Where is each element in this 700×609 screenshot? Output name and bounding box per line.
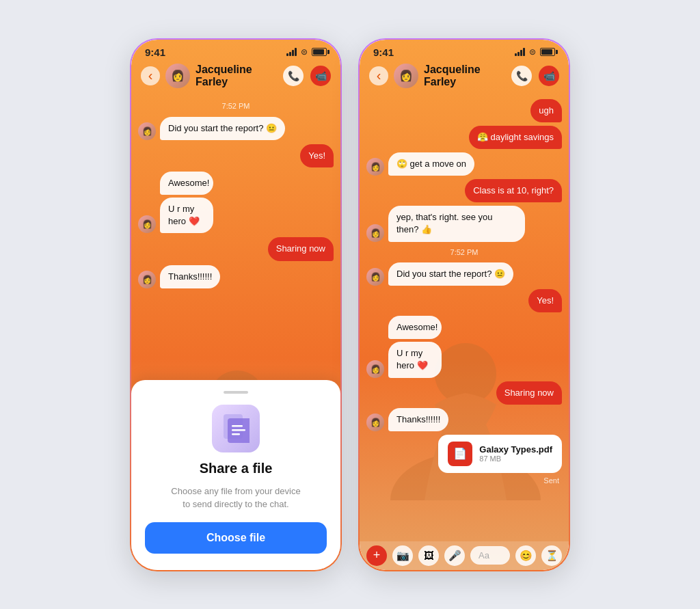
avatar-received-2: 👩 (366, 224, 384, 242)
video-call-button-1[interactable]: 📹 (310, 66, 331, 86)
avatar-received: 👩 (138, 271, 156, 288)
status-time-2: 9:41 (373, 46, 394, 58)
header-actions-1: 📞 📹 (283, 66, 331, 86)
sent-label: Sent (366, 476, 562, 485)
msg-row: 👩 Awesome! U r my hero ❤️ (366, 316, 562, 378)
status-bar-2: 9:41 ⊜ (360, 40, 569, 61)
msg-row: 😤 daylight savings (366, 126, 562, 149)
message-input-2[interactable]: Aa (470, 546, 510, 565)
bubble: Did you start the report? 😐 (160, 117, 285, 140)
msg-row: 👩 yep, that's right. see you then? 👍 (366, 206, 562, 241)
pdf-bubble: 📄 Galaxy Types.pdf 87 MB (438, 435, 562, 473)
status-bar-1: 9:41 ⊜ (131, 40, 340, 61)
bubble: Yes! (300, 144, 334, 167)
pdf-filename: Galaxy Types.pdf (479, 444, 552, 455)
choose-file-button[interactable]: Choose file (145, 522, 327, 554)
phone-2: 9:41 ⊜ ‹ 👩 Jacqueline Farley 📞 📹 (358, 38, 570, 571)
contact-name-2: Jacqueline Farley (424, 64, 506, 88)
add-button-2[interactable]: + (366, 545, 387, 566)
bubble: U r my hero ❤️ (388, 342, 442, 377)
battery-icon (312, 48, 327, 56)
svg-rect-6 (232, 433, 240, 435)
avatar-received-2: 👩 (366, 414, 384, 431)
chat-header-1: ‹ 👩 Jacqueline Farley 📞 📹 (131, 61, 340, 94)
msg-row: Sharing now (366, 381, 562, 405)
bubble: Awesome! (388, 316, 442, 339)
drag-handle (224, 391, 248, 394)
avatar-received-2: 👩 (366, 158, 384, 176)
phone-call-button-2[interactable]: 📞 (511, 66, 532, 86)
bubble: Thanks!!!!!! (160, 265, 220, 288)
bubble: Class is at 10, right? (465, 179, 562, 202)
msg-row: 👩 Thanks!!!!!! (366, 408, 562, 431)
msg-row: 👩 Awesome! U r my hero ❤️ (138, 172, 334, 234)
svg-rect-4 (232, 425, 243, 427)
avatar-received-2: 👩 (366, 268, 384, 286)
avatar-received: 👩 (138, 122, 156, 140)
bubble: Yes! (528, 289, 562, 312)
pdf-info: Galaxy Types.pdf 87 MB (479, 444, 552, 463)
msg-row: 👩 Did you start the report? 😐 (138, 117, 334, 140)
msg-row: Yes! (138, 144, 334, 167)
bubble: Sharing now (268, 237, 334, 260)
header-actions-2: 📞 📹 (511, 66, 559, 86)
back-button-1[interactable]: ‹ (141, 66, 160, 85)
video-call-button-2[interactable]: 📹 (539, 66, 559, 86)
mic-button-2[interactable]: 🎤 (444, 545, 465, 566)
battery-icon-2 (540, 48, 555, 56)
back-button-2[interactable]: ‹ (369, 66, 388, 85)
contact-name-1: Jacqueline Farley (196, 64, 278, 88)
modal-title: Share a file (200, 461, 273, 476)
bubble: Awesome! (160, 172, 213, 195)
file-icon (212, 405, 260, 452)
emoji-button-2[interactable]: 😊 (515, 545, 536, 566)
bubble: Thanks!!!!!! (388, 408, 448, 431)
gallery-button-2[interactable]: 🖼 (418, 545, 439, 566)
bubble: Did you start the report? 😐 (388, 262, 513, 286)
bubble: yep, that's right. see you then? 👍 (388, 206, 525, 241)
wifi-icon-2: ⊜ (529, 47, 536, 57)
bubble: 😤 daylight savings (469, 126, 562, 149)
chat-toolbar-2-bar: + 📷 🖼 🎤 Aa 😊 ⏳ (360, 541, 569, 570)
bubble: Sharing now (496, 381, 562, 405)
file-share-modal: Share a file Choose any file from your d… (131, 380, 340, 570)
timestamp-2: 7:52 PM (366, 248, 562, 256)
avatar-1: 👩 (165, 64, 190, 88)
modal-description: Choose any file from your device to send… (167, 485, 304, 511)
svg-rect-5 (232, 429, 245, 431)
avatar-received-2: 👩 (366, 360, 384, 378)
phone-1: 9:41 ⊜ ‹ 👩 Jacqueline Farley 📞 📹 (130, 38, 342, 571)
hourglass-button-2[interactable]: ⏳ (541, 545, 562, 566)
pdf-attachment-row: 📄 Galaxy Types.pdf 87 MB (366, 435, 562, 473)
phone-call-button-1[interactable]: 📞 (283, 66, 304, 86)
msg-row: Yes! (366, 289, 562, 312)
msg-row: 👩 🙄 get a move on (366, 152, 562, 176)
status-time-1: 9:41 (145, 46, 165, 58)
pdf-icon: 📄 (448, 442, 472, 466)
msg-row: ugh (366, 99, 562, 122)
chat-header-2: ‹ 👩 Jacqueline Farley 📞 📹 (360, 61, 569, 94)
pdf-size: 87 MB (479, 455, 552, 463)
status-icons-1: ⊜ (286, 47, 327, 57)
avatar-received: 👩 (138, 215, 156, 233)
wifi-icon: ⊜ (301, 47, 308, 57)
camera-button-2[interactable]: 📷 (392, 545, 413, 566)
avatar-2: 👩 (394, 64, 418, 88)
signal-icon-2 (515, 48, 525, 56)
msg-row: 👩 Did you start the report? 😐 (366, 262, 562, 286)
bubble: U r my hero ❤️ (160, 198, 213, 233)
input-placeholder-2: Aa (479, 550, 489, 560)
signal-icon (286, 48, 297, 56)
timestamp-1: 7:52 PM (138, 102, 334, 110)
msg-row: Class is at 10, right? (366, 179, 562, 202)
bubble: 🙄 get a move on (388, 152, 474, 176)
msg-row: 👩 Thanks!!!!!! (138, 265, 334, 288)
status-icons-2: ⊜ (515, 47, 555, 57)
bubble: ugh (530, 99, 562, 122)
msg-row: Sharing now (138, 237, 334, 260)
messages-area-2: ugh 😤 daylight savings 👩 🙄 get a move on… (360, 94, 569, 541)
